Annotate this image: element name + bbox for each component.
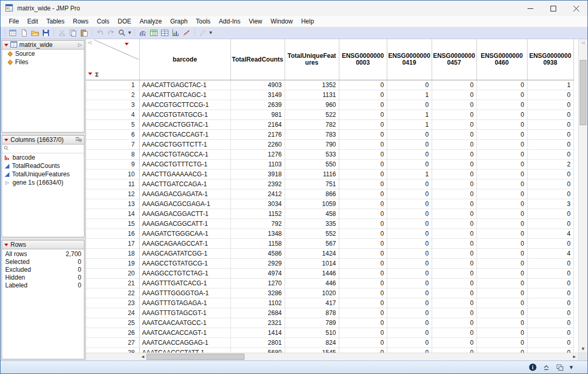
data-cell[interactable]: 0 — [527, 308, 573, 318]
row-number-cell[interactable]: 10 — [86, 170, 139, 179]
tree-item-files[interactable]: Files — [2, 58, 84, 66]
column-header-totalreadcounts[interactable]: TotalReadCounts — [230, 39, 285, 80]
data-cell[interactable]: AAAGGCCTGTCTAG-1 — [139, 269, 230, 279]
row-number-cell[interactable]: 18 — [86, 249, 139, 259]
data-cell[interactable]: 0 — [432, 209, 476, 219]
data-cell[interactable]: 0 — [387, 229, 432, 239]
data-cell[interactable]: 0 — [527, 209, 573, 219]
data-cell[interactable]: 0 — [339, 298, 387, 308]
data-cell[interactable]: 0 — [476, 90, 527, 100]
data-cell[interactable]: 0 — [387, 219, 432, 229]
row-number-cell[interactable]: 17 — [86, 239, 139, 249]
row-number-cell[interactable]: 6 — [86, 130, 139, 140]
data-cell[interactable]: 0 — [476, 209, 527, 219]
data-cell[interactable]: 0 — [339, 140, 387, 150]
column-header-ensg0000000-0460[interactable]: ENSG0000000 0460 — [476, 39, 527, 80]
data-cell[interactable]: 1446 — [285, 269, 339, 279]
data-cell[interactable]: 0 — [432, 120, 476, 130]
data-cell[interactable]: 0 — [476, 110, 527, 120]
data-cell[interactable]: AAAGATCTGGGCAA-1 — [139, 229, 230, 239]
data-cell[interactable]: AAACATTGATCAGC-1 — [139, 90, 230, 100]
row-number-cell[interactable]: 14 — [86, 209, 139, 219]
data-cell[interactable]: 3034 — [230, 199, 285, 209]
data-cell[interactable]: 0 — [476, 219, 527, 229]
data-cell[interactable]: 1270 — [230, 279, 285, 288]
data-cell[interactable]: AAAGTTTGGGGTGA-1 — [139, 288, 230, 298]
annotate-pencil-icon[interactable] — [197, 28, 208, 38]
data-cell[interactable]: 417 — [285, 298, 339, 308]
scroll-right-icon[interactable]: ▶ — [571, 355, 578, 359]
data-cell[interactable]: 1 — [527, 80, 573, 90]
data-cell[interactable]: 0 — [432, 249, 476, 259]
data-cell[interactable]: 792 — [230, 219, 285, 229]
save-icon[interactable] — [40, 28, 51, 38]
data-cell[interactable]: 0 — [387, 100, 432, 110]
data-cell[interactable]: 2260 — [230, 140, 285, 150]
data-cell[interactable]: AAACGCTGTAGCCA-1 — [139, 150, 230, 160]
row-number-cell[interactable]: 16 — [86, 229, 139, 239]
data-cell[interactable]: AAACGCACTGGTAC-1 — [139, 120, 230, 130]
data-cell[interactable]: 0 — [476, 308, 527, 318]
scroll-down-icon[interactable]: ▼ — [579, 345, 587, 353]
menu-item-file[interactable]: File — [5, 17, 23, 26]
data-cell[interactable]: 0 — [527, 298, 573, 308]
data-cell[interactable]: 0 — [476, 259, 527, 269]
data-cell[interactable]: 0 — [432, 348, 476, 353]
column-item-totaluniquefeatures[interactable]: TotalUniqueFeatures — [2, 170, 84, 178]
toolbar-options-icon[interactable]: ▼ — [208, 31, 213, 35]
row-number-cell[interactable]: 24 — [86, 308, 139, 318]
data-cell[interactable]: 0 — [339, 110, 387, 120]
data-cell[interactable]: AAATCAACCAGGAG-1 — [139, 338, 230, 348]
data-cell[interactable]: 0 — [387, 259, 432, 269]
row-number-cell[interactable]: 12 — [86, 189, 139, 199]
data-cell[interactable]: 0 — [527, 170, 573, 179]
tabulate-icon[interactable] — [148, 28, 159, 38]
row-number-cell[interactable]: 1 — [86, 80, 139, 90]
data-cell[interactable]: AAACTTGAAAAACG-1 — [139, 170, 230, 179]
data-cell[interactable]: 1424 — [285, 249, 339, 259]
data-cell[interactable]: 0 — [527, 219, 573, 229]
data-cell[interactable]: 789 — [285, 318, 339, 328]
data-cell[interactable]: 0 — [476, 120, 527, 130]
row-number-cell[interactable]: 28 — [86, 348, 139, 353]
distribution-icon[interactable] — [137, 28, 148, 38]
data-cell[interactable]: 0 — [387, 279, 432, 288]
columns-search-input[interactable] — [10, 146, 84, 152]
data-cell[interactable]: 0 — [339, 80, 387, 90]
data-cell[interactable]: 0 — [339, 179, 387, 189]
data-cell[interactable]: 0 — [432, 110, 476, 120]
column-header-ensg0000000-0938[interactable]: ENSG0000000 0938 — [527, 39, 573, 80]
data-cell[interactable]: 0 — [339, 90, 387, 100]
data-cell[interactable]: 0 — [339, 219, 387, 229]
data-cell[interactable]: 2412 — [230, 189, 285, 199]
data-cell[interactable]: 458 — [285, 209, 339, 219]
undo-icon[interactable] — [94, 28, 105, 38]
data-cell[interactable]: AAATCAACACCAGT-1 — [139, 328, 230, 338]
data-cell[interactable]: AAACGCTGGTTCTT-1 — [139, 140, 230, 150]
horizontal-scrollbar-track[interactable] — [146, 353, 571, 360]
data-cell[interactable]: 446 — [285, 279, 339, 288]
data-cell[interactable]: 0 — [387, 209, 432, 219]
data-cell[interactable]: 0 — [476, 160, 527, 170]
data-cell[interactable]: 0 — [476, 140, 527, 150]
data-cell[interactable]: 0 — [339, 130, 387, 140]
cut-icon[interactable] — [56, 28, 67, 38]
data-cell[interactable]: 0 — [387, 199, 432, 209]
menu-item-tools[interactable]: Tools — [192, 17, 215, 26]
data-cell[interactable]: 0 — [476, 249, 527, 259]
data-cell[interactable]: 0 — [339, 209, 387, 219]
data-cell[interactable]: 0 — [387, 189, 432, 199]
data-cell[interactable]: 1 — [387, 110, 432, 120]
data-cell[interactable]: 1014 — [285, 259, 339, 269]
rows-corner-menu-icon[interactable] — [88, 73, 92, 75]
data-cell[interactable]: AAAGAGACGGCATT-1 — [139, 219, 230, 229]
menu-item-rows[interactable]: Rows — [69, 17, 93, 26]
data-cell[interactable]: 0 — [387, 318, 432, 328]
data-cell[interactable]: 3149 — [230, 90, 285, 100]
data-cell[interactable]: 0 — [476, 318, 527, 328]
data-cell[interactable]: 1103 — [230, 160, 285, 170]
data-cell[interactable]: 0 — [527, 179, 573, 189]
data-cell[interactable]: 0 — [527, 269, 573, 279]
data-cell[interactable]: 4 — [527, 229, 573, 239]
data-cell[interactable]: 0 — [527, 130, 573, 140]
